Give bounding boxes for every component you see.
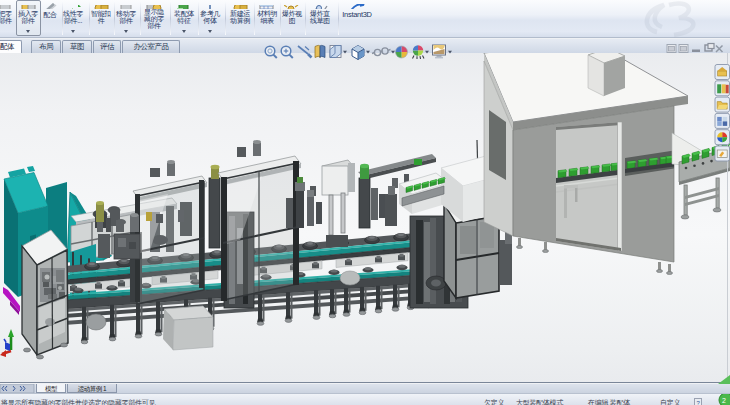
svg-text:2: 2 bbox=[722, 397, 726, 404]
